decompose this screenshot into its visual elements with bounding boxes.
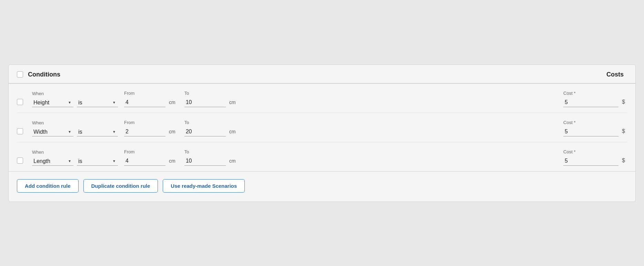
- row-2-main: When Height Width Length Weight ▼: [32, 120, 627, 136]
- row-1-condition-operator: Height Width Length Weight ▼ is: [32, 98, 118, 107]
- rows-section: When Height Width Length Weight ▼: [9, 83, 635, 172]
- row-1-cost-label: Cost *: [563, 91, 627, 96]
- row-2-to-group: To cm: [184, 120, 239, 136]
- row-3-from-unit: cm: [167, 158, 178, 166]
- row-3-from-label: From: [124, 149, 178, 154]
- row-3-from-input[interactable]: [124, 156, 165, 166]
- row-2-to-input[interactable]: [184, 127, 226, 136]
- select-all-checkbox[interactable]: [17, 71, 23, 78]
- row-3-checkbox[interactable]: [17, 157, 23, 164]
- row-2-to-unit: cm: [227, 129, 239, 136]
- row-2-cost-group: Cost * $: [563, 120, 627, 136]
- row-1-cost-input[interactable]: [563, 98, 618, 107]
- conditions-title: Conditions: [28, 71, 60, 78]
- header-row: Conditions Costs: [9, 65, 635, 83]
- costs-title: Costs: [606, 71, 627, 78]
- row-2-cost-label: Cost *: [563, 120, 627, 125]
- row-2-from-unit: cm: [167, 129, 178, 136]
- row-2-to-input-group: cm: [184, 127, 239, 136]
- row-2-from-input-group: cm: [124, 127, 178, 136]
- row-2-condition-operator: Height Width Length Weight ▼ is: [32, 127, 118, 136]
- row-1-when-group: When Height Width Length Weight ▼: [32, 91, 118, 107]
- row-3-condition-wrapper: Height Width Length Weight ▼: [32, 157, 73, 166]
- row-1-to-unit: cm: [227, 100, 239, 107]
- condition-row-2: When Height Width Length Weight ▼: [17, 113, 627, 142]
- row-3-operator-select[interactable]: is is not greater than less than: [77, 157, 118, 166]
- row-1-dollar: $: [620, 99, 627, 107]
- row-1-from-input-group: cm: [124, 98, 178, 107]
- row-3-to-input[interactable]: [184, 156, 226, 166]
- row-1-from-label: From: [124, 91, 178, 96]
- row-3-dollar: $: [620, 157, 627, 166]
- row-1-cost-group: Cost * $: [563, 91, 627, 107]
- row-2-cost-input-group: $: [563, 127, 627, 136]
- row-2-operator-wrapper: is is not greater than less than ▼: [77, 127, 118, 136]
- add-condition-rule-button[interactable]: Add condition rule: [17, 179, 79, 193]
- row-1-to-group: To cm: [184, 91, 239, 107]
- row-3-from-input-group: cm: [124, 156, 178, 166]
- footer-row: Add condition rule Duplicate condition r…: [9, 172, 635, 202]
- row-1-from-group: From cm: [124, 91, 178, 107]
- row-3-checkbox-col: [17, 157, 32, 166]
- row-1-cost-input-group: $: [563, 98, 627, 107]
- row-3-cost-group: Cost * $: [563, 149, 627, 166]
- row-3-from-group: From cm: [124, 149, 178, 166]
- row-2-from-label: From: [124, 120, 178, 125]
- row-2-condition-select[interactable]: Height Width Length Weight: [32, 127, 73, 136]
- row-3-when-group: When Height Width Length Weight ▼: [32, 150, 118, 166]
- row-1-when-label: When: [32, 91, 118, 96]
- row-2-condition-wrapper: Height Width Length Weight ▼: [32, 127, 73, 136]
- row-2-from-group: From cm: [124, 120, 178, 136]
- row-3-cost-label: Cost *: [563, 149, 627, 154]
- condition-row-3: When Height Width Length Weight ▼: [17, 142, 627, 171]
- row-1-main: When Height Width Length Weight ▼: [32, 91, 627, 107]
- conditions-card: Conditions Costs When Heig: [8, 64, 636, 202]
- row-2-dollar: $: [620, 128, 627, 136]
- row-1-condition-select[interactable]: Height Width Length Weight: [32, 98, 73, 107]
- row-3-to-group: To cm: [184, 149, 239, 166]
- row-1-to-input[interactable]: [184, 98, 226, 107]
- row-3-condition-operator: Height Width Length Weight ▼ is: [32, 157, 118, 166]
- use-ready-made-scenarios-button[interactable]: Use ready-made Scenarios: [163, 179, 245, 193]
- row-2-when-group: When Height Width Length Weight ▼: [32, 120, 118, 136]
- row-2-operator-select[interactable]: is is not greater than less than: [77, 127, 118, 136]
- row-3-main: When Height Width Length Weight ▼: [32, 149, 627, 166]
- rows-container: When Height Width Length Weight ▼: [9, 84, 635, 171]
- row-3-cost-input-group: $: [563, 156, 627, 166]
- row-1-operator-wrapper: is is not greater than less than ▼: [77, 98, 118, 107]
- row-3-to-label: To: [184, 149, 239, 154]
- row-3-operator-wrapper: is is not greater than less than ▼: [77, 157, 118, 166]
- condition-row-1: When Height Width Length Weight ▼: [17, 84, 627, 113]
- row-3-to-unit: cm: [227, 158, 239, 166]
- duplicate-condition-rule-button[interactable]: Duplicate condition rule: [83, 179, 158, 193]
- row-2-checkbox[interactable]: [17, 128, 23, 134]
- row-3-cost-input[interactable]: [563, 156, 618, 166]
- row-3-to-input-group: cm: [184, 156, 239, 166]
- row-2-to-label: To: [184, 120, 239, 125]
- row-1-operator-select[interactable]: is is not greater than less than: [77, 98, 118, 107]
- row-3-when-label: When: [32, 150, 118, 155]
- row-2-from-input[interactable]: [124, 127, 165, 136]
- row-1-condition-wrapper: Height Width Length Weight ▼: [32, 98, 73, 107]
- row-2-cost-input[interactable]: [563, 127, 618, 136]
- row-1-from-input[interactable]: [124, 98, 165, 107]
- row-1-from-unit: cm: [167, 100, 178, 107]
- row-1-checkbox[interactable]: [17, 99, 23, 105]
- row-1-checkbox-col: [17, 99, 32, 107]
- row-1-to-input-group: cm: [184, 98, 239, 107]
- header-left: Conditions: [17, 71, 60, 78]
- row-2-when-label: When: [32, 120, 118, 125]
- row-2-checkbox-col: [17, 128, 32, 136]
- row-1-to-label: To: [184, 91, 239, 96]
- row-3-condition-select[interactable]: Height Width Length Weight: [32, 157, 73, 166]
